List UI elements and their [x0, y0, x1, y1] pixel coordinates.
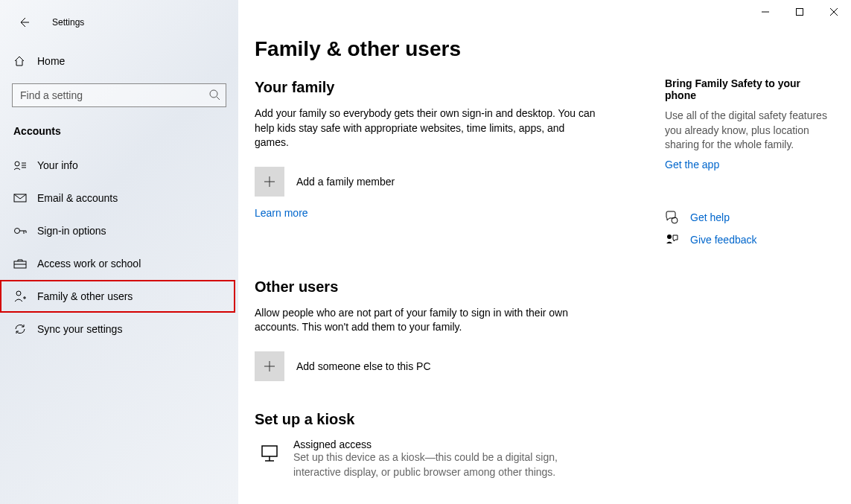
sidebar-item-your-info[interactable]: Your info — [0, 149, 238, 182]
learn-more-link[interactable]: Learn more — [255, 207, 308, 219]
sidebar-item-family-users[interactable]: Family & other users — [0, 280, 235, 313]
page-title: Family & other users — [255, 37, 643, 61]
search-wrap — [12, 83, 226, 107]
aside: Bring Family Safety to your phone Use al… — [657, 0, 851, 504]
sidebar-section-label: Accounts — [0, 119, 238, 149]
maximize-button[interactable] — [783, 0, 817, 24]
get-app-link[interactable]: Get the app — [665, 159, 719, 170]
plus-icon — [255, 167, 284, 197]
kiosk-text: Assigned access Set up this device as a … — [293, 438, 591, 479]
kiosk-title: Assigned access — [293, 438, 591, 450]
svg-rect-25 — [262, 446, 277, 456]
family-icon — [13, 290, 27, 303]
assigned-access-button[interactable]: Assigned access Set up this device as a … — [255, 438, 643, 479]
promo-title: Bring Family Safety to your phone — [665, 77, 833, 101]
sidebar-item-access-work[interactable]: Access work or school — [0, 247, 238, 280]
key-icon — [13, 224, 27, 237]
minimize-button[interactable] — [748, 0, 783, 24]
others-heading: Other users — [255, 278, 643, 296]
sidebar-item-sync-settings[interactable]: Sync your settings — [0, 313, 238, 345]
back-button[interactable] — [13, 12, 34, 33]
others-desc: Allow people who are not part of your fa… — [255, 306, 597, 335]
sidebar: Settings Home Accounts Your info Email &… — [0, 0, 238, 504]
search-input[interactable] — [12, 83, 226, 107]
sidebar-item-label: Sync your settings — [37, 323, 122, 335]
svg-point-3 — [15, 162, 19, 166]
user-card-icon — [13, 159, 27, 172]
sidebar-item-label: Email & accounts — [37, 192, 118, 204]
get-help-link: Get help — [690, 211, 730, 223]
sidebar-item-label: Access work or school — [37, 258, 141, 269]
home-nav[interactable]: Home — [0, 45, 238, 77]
promo-body: Use all of the digital safety features y… — [665, 109, 833, 153]
sidebar-item-label: Sign-in options — [37, 225, 106, 237]
home-icon — [13, 55, 25, 67]
sidebar-item-signin-options[interactable]: Sign-in options — [0, 214, 238, 247]
app-title: Settings — [52, 17, 84, 28]
close-button[interactable] — [817, 0, 851, 24]
svg-rect-18 — [797, 9, 803, 16]
window-controls — [748, 0, 851, 24]
give-feedback-row[interactable]: Give feedback — [665, 233, 833, 246]
content: Family & other users Your family Add you… — [238, 0, 657, 504]
home-label: Home — [37, 55, 65, 67]
sidebar-item-email-accounts[interactable]: Email & accounts — [0, 182, 238, 214]
sidebar-item-label: Your info — [37, 159, 78, 171]
plus-icon — [255, 351, 284, 381]
kiosk-heading: Set up a kiosk — [255, 411, 643, 428]
svg-point-14 — [16, 291, 21, 296]
sidebar-item-label: Family & other users — [37, 290, 133, 302]
svg-point-8 — [15, 229, 20, 234]
add-other-label: Add someone else to this PC — [296, 360, 431, 372]
sync-icon — [13, 322, 27, 336]
kiosk-icon — [255, 438, 284, 468]
add-family-member-button[interactable]: Add a family member — [255, 167, 643, 197]
add-family-label: Add a family member — [296, 176, 395, 188]
get-help-row[interactable]: Get help — [665, 211, 833, 224]
kiosk-sub: Set up this device as a kiosk—this could… — [293, 450, 591, 479]
titlebar: Settings — [0, 9, 238, 36]
add-other-user-button[interactable]: Add someone else to this PC — [255, 351, 643, 381]
mail-icon — [13, 191, 27, 205]
family-heading: Your family — [255, 79, 643, 96]
feedback-icon — [665, 233, 678, 246]
main: Family & other users Your family Add you… — [238, 0, 851, 504]
svg-point-29 — [667, 235, 672, 239]
chat-help-icon — [665, 211, 678, 224]
family-desc: Add your family so everybody gets their … — [255, 106, 597, 150]
give-feedback-link: Give feedback — [690, 234, 757, 246]
briefcase-icon — [13, 257, 27, 270]
